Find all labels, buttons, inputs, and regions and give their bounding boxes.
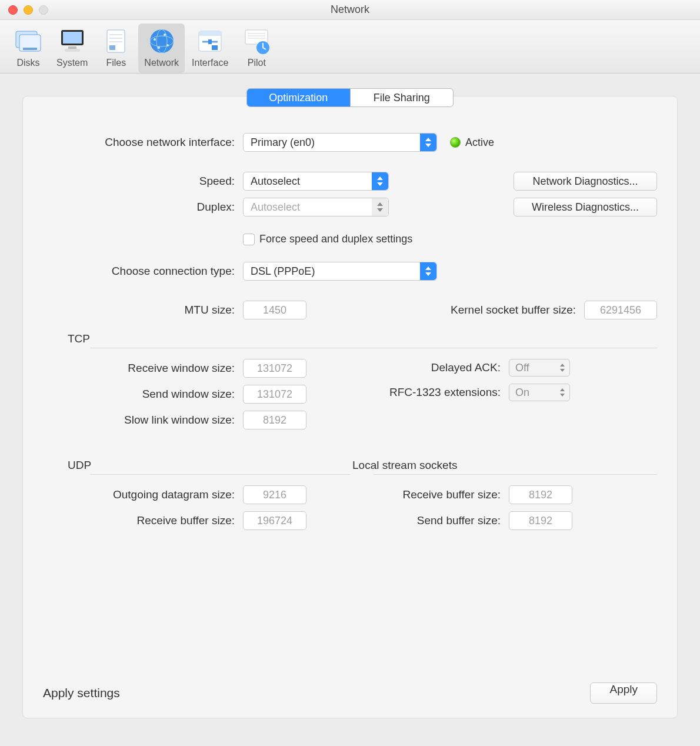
toolbar-label: Network [144, 58, 179, 68]
svg-rect-2 [23, 48, 37, 50]
wireless-diagnostics-button[interactable]: Wireless Diagnostics... [514, 198, 657, 217]
interface-select[interactable]: Primary (en0) [243, 133, 437, 152]
receive-window-input[interactable]: 131072 [243, 359, 306, 378]
window-title: Network [0, 4, 700, 16]
interface-icon [195, 26, 225, 56]
ls-receive-input[interactable]: 8192 [509, 485, 572, 504]
network-icon [146, 26, 177, 56]
stepper-icon [558, 359, 567, 376]
delayed-ack-value: Off [515, 362, 529, 374]
toolbar-label: System [56, 58, 88, 68]
mtu-input[interactable]: 1450 [243, 301, 306, 319]
speed-value: Autoselect [251, 175, 300, 188]
outgoing-datagram-input[interactable]: 9216 [243, 485, 306, 504]
tab-optimization[interactable]: Optimization [247, 89, 350, 106]
toolbar-system[interactable]: System [51, 24, 94, 73]
svg-point-17 [166, 44, 169, 46]
svg-rect-4 [63, 32, 82, 44]
receive-window-label: Receive window size: [43, 362, 243, 375]
force-speed-checkbox[interactable] [243, 234, 255, 245]
apply-settings-label: Apply settings [43, 686, 120, 700]
toolbar-network[interactable]: Network [138, 24, 185, 73]
mtu-label: MTU size: [43, 304, 243, 317]
speed-label: Speed: [43, 175, 243, 188]
toolbar-files[interactable]: Files [95, 24, 137, 73]
svg-rect-23 [212, 45, 218, 50]
toolbar-pilot[interactable]: Pilot [235, 24, 278, 73]
udp-receive-buffer-input[interactable]: 196724 [243, 511, 306, 530]
tcp-heading: TCP [68, 332, 657, 345]
files-icon [101, 26, 131, 56]
toolbar-label: Disks [16, 58, 39, 68]
svg-rect-6 [65, 49, 80, 52]
select-stepper-icon [420, 134, 436, 151]
status-indicator-icon [450, 137, 461, 148]
delayed-ack-label: Delayed ACK: [350, 361, 509, 374]
svg-rect-22 [208, 39, 212, 44]
svg-rect-11 [109, 45, 115, 50]
delayed-ack-select: Off [509, 359, 570, 377]
connection-type-select[interactable]: DSL (PPPoE) [243, 262, 437, 281]
select-stepper-icon [372, 172, 388, 190]
rfc1323-value: On [515, 387, 529, 399]
local-stream-heading: Local stream sockets [352, 459, 657, 472]
toolbar: Disks System Files Network Interface Pil… [0, 20, 700, 74]
divider [90, 474, 350, 475]
disks-icon [13, 26, 44, 56]
main-panel: Optimization File Sharing Choose network… [22, 96, 678, 718]
toolbar-label: Files [106, 58, 126, 68]
duplex-select: Autoselect [243, 198, 389, 217]
toolbar-label: Pilot [248, 58, 266, 68]
send-window-label: Send window size: [43, 388, 243, 401]
slow-link-label: Slow link window size: [43, 414, 243, 427]
divider [374, 474, 657, 475]
choose-interface-label: Choose network interface: [43, 136, 243, 149]
network-diagnostics-button[interactable]: Network Diagnostics... [514, 172, 657, 191]
ls-send-input[interactable]: 8192 [509, 511, 572, 530]
apply-button[interactable]: Apply [590, 682, 657, 704]
duplex-label: Duplex: [43, 201, 243, 214]
ls-send-label: Send buffer size: [350, 514, 509, 527]
status-text: Active [465, 136, 494, 149]
kernel-buffer-label: Kernel socket buffer size: [451, 304, 584, 317]
tab-segment: Optimization File Sharing [246, 88, 454, 107]
connection-type-value: DSL (PPPoE) [251, 265, 315, 278]
svg-rect-20 [199, 31, 221, 36]
toolbar-label: Interface [192, 58, 228, 68]
stepper-icon [558, 384, 567, 401]
svg-point-18 [158, 46, 160, 49]
svg-point-16 [164, 34, 166, 36]
duplex-value: Autoselect [251, 201, 300, 214]
svg-point-15 [154, 38, 156, 41]
kernel-buffer-input[interactable]: 6291456 [584, 301, 657, 319]
system-icon [57, 26, 88, 56]
rfc1323-select: On [509, 384, 570, 401]
titlebar: Network [0, 0, 700, 20]
slow-link-input[interactable]: 8192 [243, 411, 306, 429]
pilot-icon [241, 26, 272, 56]
svg-rect-5 [68, 46, 76, 49]
tab-file-sharing[interactable]: File Sharing [350, 89, 454, 106]
select-stepper-icon [420, 262, 436, 280]
interface-value: Primary (en0) [251, 136, 315, 149]
select-stepper-icon [372, 198, 388, 216]
outgoing-datagram-label: Outgoing datagram size: [43, 488, 243, 501]
ls-receive-label: Receive buffer size: [350, 488, 509, 501]
rfc1323-label: RFC-1323 extensions: [350, 386, 509, 399]
send-window-input[interactable]: 131072 [243, 385, 306, 404]
divider [90, 348, 657, 348]
svg-point-12 [150, 29, 174, 53]
udp-receive-buffer-label: Receive buffer size: [43, 514, 243, 527]
connection-type-label: Choose connection type: [43, 265, 243, 278]
toolbar-interface[interactable]: Interface [186, 24, 234, 73]
udp-heading: UDP [68, 459, 350, 472]
force-speed-label: Force speed and duplex settings [259, 233, 412, 245]
speed-select[interactable]: Autoselect [243, 172, 389, 191]
toolbar-disks[interactable]: Disks [7, 24, 49, 73]
